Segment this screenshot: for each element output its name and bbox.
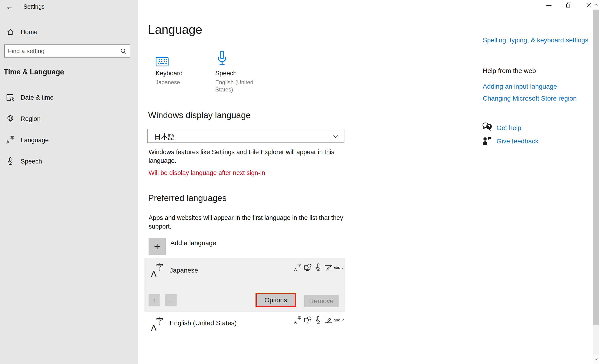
sidebar: ← Settings Home Time & Language [0, 0, 138, 364]
scroll-up-button[interactable] [593, 0, 599, 9]
language-icon: 字 A [151, 317, 164, 333]
remove-button[interactable]: Remove [304, 295, 339, 307]
help-from-web-heading: Help from the web [483, 67, 536, 75]
calendar-clock-icon [6, 93, 15, 102]
adding-input-language-link[interactable]: Adding an input language [483, 83, 557, 90]
sidebar-item-date-time[interactable]: Date & time [0, 90, 138, 105]
globe-icon [6, 115, 15, 123]
display-language-description: Windows features like Settings and File … [149, 148, 334, 165]
language-icon: 字 A [294, 264, 302, 272]
tile-keyboard[interactable]: Keyboard Japanese [154, 47, 212, 94]
give-feedback-icon [482, 136, 491, 147]
language-name: English (United States) [170, 319, 237, 327]
dropdown-selected-value: 日本語 [154, 132, 175, 142]
restore-button[interactable] [560, 0, 577, 11]
display-language-dropdown[interactable]: 日本語 [147, 129, 344, 143]
language-icon: 字 A [294, 316, 302, 324]
sidebar-item-label: Region [21, 115, 41, 122]
tile-speech[interactable]: Speech English (UnitedStates) [213, 47, 272, 94]
language-name: Japanese [170, 267, 198, 274]
language-row-japanese[interactable]: 字 A Japanese 字 A [144, 258, 345, 312]
move-down-button[interactable]: ↓ [165, 294, 177, 306]
keyboard-icon [156, 50, 169, 66]
close-icon [586, 2, 592, 9]
page-title: Language [148, 22, 202, 36]
sidebar-item-label: Speech [21, 158, 42, 165]
scrollbar[interactable] [593, 0, 599, 364]
sidebar-item-label: Home [21, 28, 37, 36]
display-speech-icon [304, 316, 312, 324]
back-button[interactable]: ← [3, 0, 16, 12]
display-language-warning: Will be display language after next sign… [149, 169, 265, 177]
tile-title: Keyboard [156, 70, 183, 77]
microphone-icon [314, 263, 322, 272]
home-icon [6, 28, 15, 35]
get-help-link[interactable]: Get help [496, 124, 521, 132]
arrow-down-icon: ↓ [169, 296, 173, 304]
spellcheck-icon: abc ✓ [335, 319, 343, 322]
sidebar-item-label: Language [21, 137, 49, 144]
sidebar-section-title: Time & Language [4, 68, 64, 76]
handwriting-icon [325, 317, 333, 324]
sidebar-item-region[interactable]: Region [0, 111, 138, 127]
add-language-label: Add a language [170, 239, 216, 247]
display-speech-icon [304, 263, 312, 272]
sidebar-item-language[interactable]: 字 A Language [0, 132, 138, 148]
tile-value: Japanese [156, 78, 180, 86]
tile-value: English (UnitedStates) [215, 78, 253, 93]
options-button[interactable]: Options [255, 293, 296, 307]
svg-text:?: ? [488, 125, 490, 129]
settings-window: ← Settings Home Time & Language [0, 0, 599, 364]
window-title: Settings [23, 3, 44, 10]
preferred-languages-heading: Preferred languages [148, 193, 227, 203]
sidebar-item-label: Date & time [21, 94, 53, 101]
minimize-button[interactable] [540, 0, 557, 11]
chevron-down-icon [595, 358, 598, 360]
restore-icon [566, 2, 572, 9]
search-box [4, 44, 130, 58]
microphone-icon [314, 316, 322, 324]
changing-store-region-link[interactable]: Changing Microsoft Store region [483, 95, 577, 102]
add-language-button[interactable]: + Add a language [149, 238, 247, 255]
capability-icons: 字 A [294, 262, 343, 273]
spellcheck-icon: abc ✓ [335, 266, 343, 269]
back-arrow-icon: ← [6, 1, 14, 11]
scroll-down-button[interactable] [593, 355, 599, 364]
sidebar-item-speech[interactable]: Speech [0, 154, 138, 169]
microphone-icon [217, 48, 227, 66]
give-feedback-link[interactable]: Give feedback [496, 138, 538, 145]
move-up-button[interactable]: ↑ [149, 294, 160, 306]
language-icon: 字 A [151, 263, 164, 279]
search-input[interactable] [5, 45, 130, 57]
language-row-english[interactable]: 字 A English (United States) 字 A [144, 312, 345, 342]
handwriting-icon [325, 264, 333, 271]
capability-icons: 字 A [294, 315, 343, 325]
display-language-heading: Windows display language [148, 110, 251, 120]
window-controls [540, 0, 597, 11]
sidebar-item-home[interactable]: Home [0, 24, 138, 40]
language-icon: 字 A [6, 136, 15, 144]
tile-title: Speech [215, 70, 237, 77]
search-icon[interactable] [120, 48, 127, 55]
arrow-up-icon: ↑ [153, 296, 156, 304]
plus-icon: + [149, 238, 166, 255]
get-help-icon: ? [482, 122, 493, 132]
chevron-down-icon [333, 135, 338, 139]
preferred-languages-description: Apps and websites will appear in the fir… [149, 214, 343, 231]
scrollbar-thumb[interactable] [593, 10, 599, 325]
minimize-icon [546, 5, 552, 6]
chevron-up-icon [595, 4, 598, 6]
spelling-typing-keyboard-settings-link[interactable]: Spelling, typing, & keyboard settings [483, 38, 588, 46]
microphone-icon [6, 157, 15, 166]
